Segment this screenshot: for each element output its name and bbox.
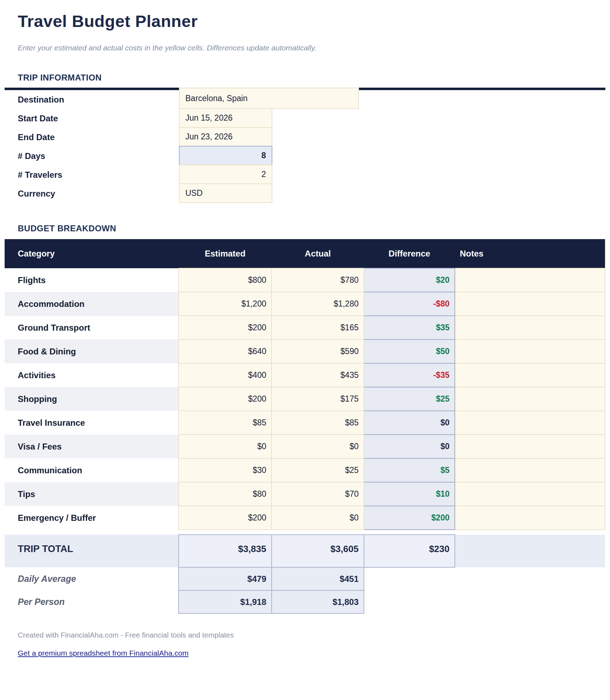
daily-average-actual-cell: $451 [272,567,364,590]
column-header-difference: Difference [364,239,455,268]
column-header-actual: Actual [272,239,364,268]
trip-field-num-travelers: # Travelers 2 [5,165,605,184]
trip-total-difference-cell: $230 [364,535,455,567]
difference-cell: -$35 [364,363,455,387]
category-cell: Shopping [5,387,179,411]
category-cell: Visa / Fees [5,435,179,458]
budget-row: Food & Dining $640 $590 $50 [5,340,605,363]
start-date-label: Start Date [5,109,179,128]
actual-cell[interactable]: $175 [272,387,364,411]
actual-cell[interactable]: $435 [272,363,364,387]
estimated-cell[interactable]: $640 [179,340,272,363]
currency-value-cell[interactable]: USD [179,183,272,203]
trip-information-form: Destination Barcelona, Spain Start Date … [5,90,605,203]
budget-row: Ground Transport $200 $165 $35 [5,316,605,340]
per-person-label: Per Person [5,590,179,613]
difference-cell: $25 [364,387,455,411]
trip-total-label: TRIP TOTAL [5,535,179,567]
actual-cell[interactable]: $590 [272,340,364,363]
estimated-cell[interactable]: $200 [179,387,272,411]
category-cell: Tips [5,482,179,506]
estimated-cell[interactable]: $85 [179,411,272,435]
trip-field-start-date: Start Date Jun 15, 2026 [5,109,605,128]
difference-cell: $0 [364,411,455,435]
difference-cell: -$80 [364,292,455,316]
end-date-value-cell[interactable]: Jun 23, 2026 [179,127,272,147]
actual-cell[interactable]: $0 [272,506,364,530]
budget-row: Activities $400 $435 -$35 [5,363,605,387]
page-subtitle: Enter your estimated and actual costs in… [18,44,605,52]
estimated-cell[interactable]: $800 [179,268,272,292]
actual-cell[interactable]: $165 [272,316,364,340]
destination-label: Destination [5,90,179,109]
difference-cell: $0 [364,435,455,458]
destination-value-cell[interactable]: Barcelona, Spain [179,88,359,109]
num-travelers-value-cell[interactable]: 2 [179,165,272,184]
empty-cell [364,567,455,590]
trip-total-row: TRIP TOTAL $3,835 $3,605 $230 [5,535,605,567]
travel-budget-page: Travel Budget Planner Enter your estimat… [0,0,610,668]
difference-cell: $5 [364,458,455,482]
actual-cell[interactable]: $0 [272,435,364,458]
estimated-cell[interactable]: $30 [179,458,272,482]
per-person-actual-cell: $1,803 [272,590,364,613]
budget-row: Accommodation $1,200 $1,280 -$80 [5,292,605,316]
notes-cell[interactable] [455,268,605,292]
estimated-cell[interactable]: $0 [179,435,272,458]
trip-field-end-date: End Date Jun 23, 2026 [5,128,605,147]
trip-total-band [455,535,605,567]
category-cell: Flights [5,268,179,292]
daily-average-estimated-cell: $479 [179,567,272,590]
currency-label: Currency [5,184,179,203]
difference-cell: $10 [364,482,455,506]
estimated-cell[interactable]: $200 [179,506,272,530]
daily-average-label: Daily Average [5,567,179,590]
column-header-estimated: Estimated [179,239,272,268]
actual-cell[interactable]: $25 [272,458,364,482]
daily-average-row: Daily Average $479 $451 [5,567,605,590]
notes-cell[interactable] [455,292,605,316]
estimated-cell[interactable]: $400 [179,363,272,387]
empty-cell [455,590,605,613]
notes-cell[interactable] [455,506,605,530]
notes-cell[interactable] [455,387,605,411]
notes-cell[interactable] [455,411,605,435]
difference-cell: $20 [364,268,455,292]
trip-field-num-days: # Days 8 [5,147,605,165]
footer-credit: Created with FinancialAha.com - Free fin… [18,631,605,639]
column-header-category: Category [5,239,179,268]
budget-row: Shopping $200 $175 $25 [5,387,605,411]
empty-cell [455,567,605,590]
actual-cell[interactable]: $780 [272,268,364,292]
budget-row: Tips $80 $70 $10 [5,482,605,506]
budget-breakdown-heading: BUDGET BREAKDOWN [18,224,605,233]
estimated-cell[interactable]: $1,200 [179,292,272,316]
column-header-notes: Notes [455,239,605,268]
table-gap [5,530,605,535]
estimated-cell[interactable]: $200 [179,316,272,340]
notes-cell[interactable] [455,340,605,363]
actual-cell[interactable]: $85 [272,411,364,435]
trip-information-heading: TRIP INFORMATION [18,73,605,83]
notes-cell[interactable] [455,316,605,340]
premium-spreadsheet-link[interactable]: Get a premium spreadsheet from Financial… [18,649,189,657]
estimated-cell[interactable]: $80 [179,482,272,506]
notes-cell[interactable] [455,363,605,387]
start-date-value-cell[interactable]: Jun 15, 2026 [179,108,272,128]
trip-field-destination: Destination Barcelona, Spain [5,90,605,109]
notes-cell[interactable] [455,482,605,506]
per-person-row: Per Person $1,918 $1,803 [5,590,605,613]
page-title: Travel Budget Planner [18,11,605,31]
difference-cell: $200 [364,506,455,530]
notes-cell[interactable] [455,435,605,458]
category-cell: Ground Transport [5,316,179,340]
num-travelers-label: # Travelers [5,165,179,184]
trip-total-actual-cell: $3,605 [272,535,364,567]
difference-cell: $50 [364,340,455,363]
budget-row: Flights $800 $780 $20 [5,268,605,292]
empty-cell [364,590,455,613]
actual-cell[interactable]: $70 [272,482,364,506]
actual-cell[interactable]: $1,280 [272,292,364,316]
end-date-label: End Date [5,128,179,147]
notes-cell[interactable] [455,458,605,482]
